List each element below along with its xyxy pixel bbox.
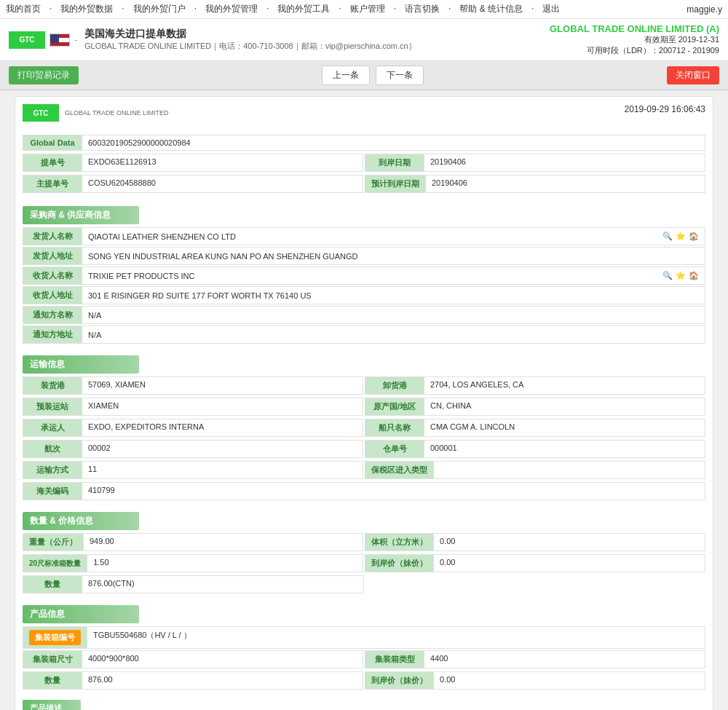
warehouse-label: 仓单号	[365, 441, 424, 457]
shipper-addr-label: 发货人地址	[23, 248, 82, 264]
container-no-field: 集装箱编号 TGBU5504680（HV / L / ）	[23, 626, 705, 649]
print-button[interactable]: 打印贸易记录	[9, 66, 79, 84]
doc-header: GTC GLOBAL TRADE ONLINE LIMITED 2019-09-…	[23, 104, 705, 127]
shipper-name-label: 发货人名称	[23, 228, 82, 245]
doc-logo-image: GTC	[23, 104, 59, 122]
container-size-label: 集装箱尺寸	[23, 651, 82, 668]
doc-datetime: 2019-09-29 16:06:43	[625, 104, 705, 114]
nav-sep3: ·	[194, 3, 197, 15]
bill-no-label: 提单号	[23, 154, 82, 171]
nav-logout[interactable]: 退出	[542, 3, 560, 15]
warehouse-field: 仓单号 000001	[365, 440, 705, 458]
username: maggie.y	[687, 4, 722, 15]
header-company-info: GLOBAL TRADE ONLINE LIMITED｜电话：400-710-3…	[84, 41, 416, 52]
page-title: 美国海关进口提单数据	[84, 28, 416, 41]
notify-name-field: 通知方名称 N/A	[23, 306, 705, 324]
dest-port-label: 卸货港	[365, 377, 424, 394]
flag-icon	[50, 33, 70, 47]
header-right: GLOBAL TRADE ONLINE LIMITED (A) 有效期至 201…	[550, 23, 719, 56]
customs-field: 海关编码 410799	[23, 482, 705, 500]
ldr-info: 可用时段（LDR）：200712 - 201909	[550, 45, 719, 56]
qty-value: 876.00(CTN)	[82, 576, 363, 593]
nav-language[interactable]: 语言切换	[405, 3, 440, 15]
master-bill-row: 主提单号 COSU6204588880 预计到岸日期 20190406	[23, 175, 705, 194]
pre-ship-field: 预装运站 XIAMEN	[23, 398, 363, 416]
shipper-home-icon[interactable]: 🏠	[689, 232, 699, 241]
nav-home[interactable]: 我的首页	[6, 3, 41, 15]
country-field: 原产国/地区 CN, CHINA	[365, 398, 705, 416]
container-no-label: 集装箱编号	[23, 627, 87, 648]
product-price-value: 0.00	[433, 672, 705, 689]
master-bill-field: 主提单号 COSU6204588880	[23, 175, 363, 193]
nav-trade-data[interactable]: 我的外贸数据	[60, 3, 113, 15]
consignee-search-icon[interactable]: 🔍	[662, 271, 673, 280]
arrival-date-label: 到岸日期	[365, 154, 424, 171]
bill-row: 提单号 EXDO63E1126913 到岸日期 20190406	[23, 154, 705, 173]
prev-button[interactable]: 上一条	[322, 66, 370, 85]
container-type-field: 集装箱类型 4400	[365, 650, 705, 668]
quantity-fields: 重量（公斤） 949.00 体积（立方米） 0.00 20尺标准箱数量 1.50…	[23, 533, 705, 574]
nav-account[interactable]: 账户管理	[350, 3, 385, 15]
consignee-name-label: 收货人名称	[23, 267, 82, 284]
transport-mode-field: 运输方式 11	[23, 461, 363, 479]
dest-price-label: 到岸价（妹价）	[365, 555, 433, 572]
transport-mode-value: 11	[82, 462, 363, 478]
customs-label: 海关编码	[23, 483, 82, 500]
container-type-value: 4400	[424, 651, 705, 668]
weight-value: 949.00	[83, 534, 363, 551]
container20-label: 20尺标准箱数量	[23, 555, 87, 572]
nav-sep6: ·	[394, 3, 396, 15]
bill-no-field: 提单号 EXDO63E1126913	[23, 154, 363, 172]
bonded-label: 保税区进入类型	[365, 462, 433, 478]
transport-fields: 装货港 57069, XIAMEN 卸货港 2704, LOS ANGELES,…	[23, 376, 705, 481]
product-section-header: 产品信息	[23, 605, 139, 623]
qty-label: 数量	[23, 576, 82, 593]
shipper-search-icon[interactable]: 🔍	[662, 232, 673, 241]
carrier-value: EXDO, EXPEDITORS INTERNA	[82, 419, 363, 436]
arrival-date-value: 20190406	[424, 154, 705, 171]
nav-sep8: ·	[531, 3, 534, 15]
shipper-star-icon[interactable]: ⭐	[676, 232, 686, 241]
global-data-label: Global Data	[23, 135, 82, 150]
product-desc-header: 产品描述	[23, 700, 81, 710]
consignee-name-field: 收货人名称 TRIXIE PET PRODUCTS INC 🔍 ⭐ 🏠	[23, 267, 705, 285]
nav-tools[interactable]: 我的外贸工具	[277, 3, 330, 15]
voyage-label: 航次	[23, 441, 82, 457]
vessel-label: 船只名称	[365, 419, 424, 436]
master-bill-label: 主提单号	[23, 175, 82, 192]
logo-area: GTC -	[9, 31, 77, 49]
container-type-label: 集装箱类型	[365, 651, 424, 668]
shipper-name-field: 发货人名称 QIAOTAI LEATHER SHENZHEN CO LTD 🔍 …	[23, 227, 705, 245]
header-title-area: 美国海关进口提单数据 GLOBAL TRADE ONLINE LIMITED｜电…	[84, 28, 416, 52]
qty-field: 数量 876.00(CTN)	[23, 575, 364, 593]
nav-portal[interactable]: 我的外贸门户	[133, 3, 186, 15]
close-button[interactable]: 关闭窗口	[667, 66, 719, 84]
consignee-star-icon[interactable]: ⭐	[676, 271, 686, 280]
bonded-value	[433, 462, 705, 478]
carrier-label: 承运人	[23, 419, 82, 436]
nav-sep4: ·	[266, 3, 269, 15]
bonded-field: 保税区进入类型	[365, 461, 705, 479]
doc-logo-company: GLOBAL TRADE ONLINE LIMITED	[65, 109, 169, 117]
logo-text: GTC	[19, 36, 34, 44]
notify-addr-value: N/A	[82, 326, 705, 343]
header-bar: GTC - 美国海关进口提单数据 GLOBAL TRADE ONLINE LIM…	[0, 19, 728, 61]
transport-section: 运输信息 装货港 57069, XIAMEN 卸货港 2704, LOS ANG…	[23, 350, 705, 500]
consignee-addr-label: 收货人地址	[23, 287, 82, 304]
dest-port-field: 卸货港 2704, LOS ANGELES, CA	[365, 376, 705, 395]
nav-manage[interactable]: 我的外贸管理	[205, 3, 258, 15]
nav-help[interactable]: 帮助 & 统计信息	[459, 3, 523, 15]
doc-logo: GTC GLOBAL TRADE ONLINE LIMITED	[23, 104, 169, 122]
nav-links: 我的首页 · 我的外贸数据 · 我的外贸门户 · 我的外贸管理 · 我的外贸工具…	[6, 3, 560, 15]
voyage-value: 00002	[82, 441, 363, 457]
brand-name: GLOBAL TRADE ONLINE LIMITED (A)	[550, 23, 719, 34]
shipper-addr-field: 发货人地址 SONG YEN INDUSTRIAL AREA KUNG NAN …	[23, 247, 705, 265]
customs-value: 410799	[82, 483, 705, 500]
next-button[interactable]: 下一条	[376, 66, 424, 85]
origin-port-field: 装货港 57069, XIAMEN	[23, 376, 363, 395]
consignee-home-icon[interactable]: 🏠	[689, 271, 699, 280]
notify-addr-field: 通知方地址 N/A	[23, 326, 705, 344]
container-size-field: 集装箱尺寸 4000*900*800	[23, 650, 363, 668]
vessel-field: 船只名称 CMA CGM A. LINCOLN	[365, 419, 705, 437]
voyage-field: 航次 00002	[23, 440, 363, 458]
